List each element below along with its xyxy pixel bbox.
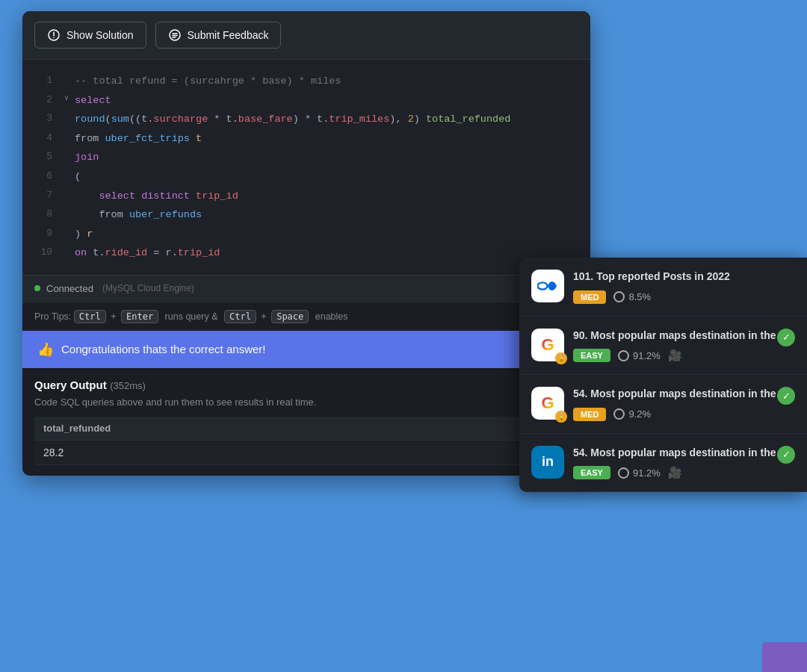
lock-icon-3: 🔒 <box>555 411 567 423</box>
video-icon-2: 🎥 <box>668 349 682 362</box>
query-output-description: Code SQL queries above and run them to s… <box>34 396 578 408</box>
result-table: total_refunded 28.2 <box>34 417 578 465</box>
pro-tips-label: Pro Tips: <box>34 311 71 322</box>
code-line-5: 5 join <box>22 148 590 167</box>
code-line-3: 3 round(sum((t.surcharge * t.base_fare) … <box>22 110 590 129</box>
question-title-4: 54. Most popular maps destination in the… <box>573 446 795 461</box>
circle-icon-4 <box>618 467 629 479</box>
code-editor[interactable]: 1 -- total refund = (surcahrge * base) *… <box>22 60 590 275</box>
code-line-2: 2 ∨ select <box>22 91 590 111</box>
question-title-3: 54. Most popular maps destination in the… <box>573 387 795 402</box>
enter-key: Enter <box>121 310 158 323</box>
show-solution-label: Show Solution <box>67 29 134 41</box>
query-output-time: (352ms) <box>110 380 146 391</box>
lock-icon-2: 🔒 <box>555 352 567 364</box>
circle-icon-1 <box>613 291 625 302</box>
question-meta-1: MED 8.5% <box>573 290 795 304</box>
thumbs-up-icon: 👍 <box>37 341 54 358</box>
check-done-2: ✓ <box>777 329 795 346</box>
question-item-1[interactable]: 101. Top reported Posts in 2022 MED 8.5% <box>519 258 807 317</box>
difficulty-badge-1: MED <box>573 290 606 304</box>
question-title-2: 90. Most popular maps destination in the… <box>573 329 795 343</box>
meta-logo <box>531 270 564 302</box>
engine-label: (MySQL Cloud Engine) <box>102 283 194 293</box>
submit-feedback-button[interactable]: Submit Feedback <box>155 22 282 49</box>
question-info-4: 54. Most popular maps destination in the… <box>573 446 795 480</box>
code-panel: Show Solution Submit Feedback 1 -- total… <box>22 11 590 476</box>
completion-rate-1: 8.5% <box>613 291 651 302</box>
code-line-6: 6 ( <box>22 167 590 187</box>
question-info-3: 54. Most popular maps destination in the… <box>573 387 795 421</box>
svg-point-2 <box>53 37 55 39</box>
completion-rate-3: 9.2% <box>613 408 651 420</box>
success-banner: 👍 Congratulations thats the correct answ… <box>22 331 590 368</box>
solution-icon <box>47 28 61 42</box>
code-line-1: 1 -- total refund = (surcahrge * base) *… <box>22 72 590 91</box>
result-value: 28.2 <box>34 440 578 464</box>
question-item-4[interactable]: in 54. Most popular maps destination in … <box>519 434 807 493</box>
difficulty-badge-4: EASY <box>573 466 610 479</box>
ctrl2-key: Ctrl <box>224 310 256 323</box>
connection-status: Connected <box>46 283 93 294</box>
status-bar: Connected (MySQL Cloud Engine) <box>22 275 590 302</box>
success-message: Congratulations thats the correct answer… <box>61 343 265 355</box>
questions-panel: 101. Top reported Posts in 2022 MED 8.5%… <box>519 258 807 492</box>
question-item-2[interactable]: G 🔒 90. Most popular maps destination in… <box>519 317 807 376</box>
question-item-3[interactable]: G 🔒 54. Most popular maps destination in… <box>519 375 807 434</box>
code-line-4: 4 from uber_fct_trips t <box>22 129 590 149</box>
submit-feedback-label: Submit Feedback <box>188 29 269 41</box>
ctrl-key: Ctrl <box>74 310 106 323</box>
toolbar: Show Solution Submit Feedback <box>22 11 590 60</box>
column-header: total_refunded <box>34 417 578 441</box>
pro-tips-bar: Pro Tips: Ctrl + Enter runs query & Ctrl… <box>22 302 590 331</box>
query-output-title: Query Output <box>34 379 107 391</box>
circle-icon-2 <box>618 350 629 361</box>
space-key: Space <box>271 310 309 323</box>
question-meta-3: MED 9.2% <box>573 408 795 421</box>
scroll-indicator <box>762 642 807 672</box>
feedback-icon <box>168 28 182 42</box>
linkedin-logo-4: in <box>531 446 564 479</box>
video-icon-4: 🎥 <box>668 466 682 479</box>
question-info-2: 90. Most popular maps destination in the… <box>573 329 795 363</box>
show-solution-button[interactable]: Show Solution <box>34 22 146 49</box>
completion-rate-2: 91.2% <box>618 350 661 361</box>
question-info-1: 101. Top reported Posts in 2022 MED 8.5% <box>573 270 795 304</box>
query-output-section: Query Output (352ms) Code SQL queries ab… <box>22 368 590 476</box>
code-line-9: 9 ) r <box>22 225 590 244</box>
difficulty-badge-3: MED <box>573 408 606 421</box>
completion-rate-4: 91.2% <box>618 467 661 479</box>
check-done-4: ✓ <box>777 446 795 464</box>
connection-dot <box>34 285 40 291</box>
code-line-10: 10 on t.ride_id = r.trip_id <box>22 243 590 263</box>
question-meta-4: EASY 91.2% 🎥 <box>573 466 795 479</box>
check-done-3: ✓ <box>777 387 795 405</box>
difficulty-badge-2: EASY <box>573 349 610 362</box>
question-title-1: 101. Top reported Posts in 2022 <box>573 270 795 284</box>
table-row: 28.2 <box>34 440 578 464</box>
question-meta-2: EASY 91.2% 🎥 <box>573 349 795 362</box>
svg-point-7 <box>537 282 547 289</box>
circle-icon-3 <box>613 408 625 420</box>
code-line-8: 8 from uber_refunds <box>22 205 590 225</box>
code-line-7: 7 select distinct trip_id <box>22 187 590 206</box>
